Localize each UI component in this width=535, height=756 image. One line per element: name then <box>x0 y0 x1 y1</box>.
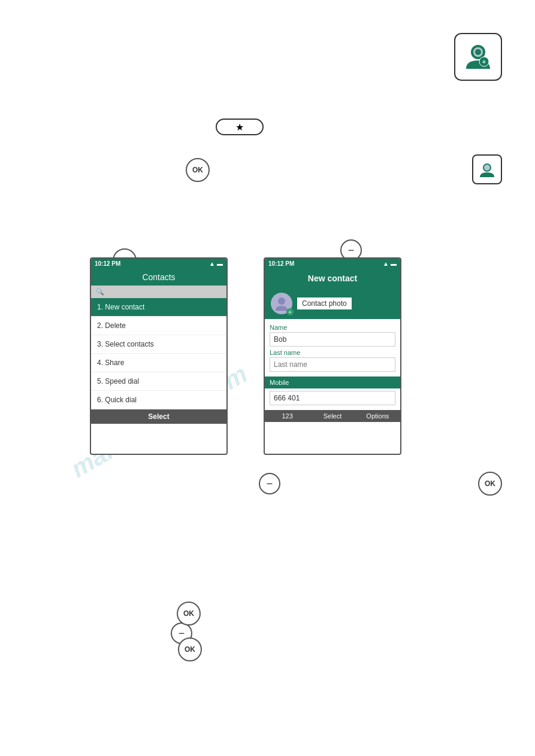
search-bar[interactable]: 🔍 <box>91 286 226 298</box>
menu-item-quick-dial[interactable]: 6. Quick dial <box>91 391 226 409</box>
contacts-icon-small <box>477 159 497 180</box>
status-time-contacts: 10:12 PM <box>95 260 120 267</box>
search-icon: 🔍 <box>96 288 104 296</box>
bottom-bar-contacts[interactable]: Select <box>91 409 226 424</box>
contact-photo-label[interactable]: Contact photo <box>297 297 352 309</box>
contact-photo-section[interactable]: Contact photo <box>265 288 400 319</box>
battery-icon-nc: ▬ <box>391 260 397 267</box>
status-bar-new-contact: 10:12 PM ▲ ▬ <box>265 259 400 269</box>
last-name-label: Last name <box>270 349 395 356</box>
svg-text:+: + <box>482 59 486 65</box>
app-icon-small <box>472 154 502 184</box>
status-icons-new-contact: ▲ ▬ <box>383 260 397 267</box>
avatar-icon <box>273 295 290 312</box>
new-contact-title: New contact <box>265 269 400 288</box>
minus-button-2[interactable]: − <box>259 473 280 494</box>
svg-point-7 <box>278 297 285 305</box>
star-icon: ★ <box>235 122 244 133</box>
form-section: Name Last name <box>265 319 400 374</box>
signal-icon-nc: ▲ <box>383 260 389 267</box>
battery-icon: ▬ <box>217 260 223 267</box>
ok-button-3[interactable]: OK <box>478 472 502 496</box>
contacts-screen: 10:12 PM ▲ ▬ Contacts 🔍 1. New contact 2… <box>90 257 228 455</box>
menu-item-share[interactable]: 4. Share <box>91 354 226 372</box>
menu-list: 1. New contact 2. Delete 3. Select conta… <box>91 298 226 409</box>
contacts-icon-large: + <box>461 40 495 74</box>
last-name-input[interactable] <box>270 357 395 372</box>
ok-button-5[interactable]: OK <box>178 637 202 661</box>
ok-button-1[interactable]: OK <box>186 158 210 182</box>
star-button[interactable]: ★ <box>216 119 264 135</box>
bottom-nav: 123 Select Options <box>265 410 400 422</box>
phones-container: 10:12 PM ▲ ▬ Contacts 🔍 1. New contact 2… <box>90 257 401 455</box>
new-contact-screen: 10:12 PM ▲ ▬ New contact Contact photo N… <box>264 257 401 455</box>
app-icon-large: + <box>454 33 502 81</box>
svg-point-2 <box>475 49 481 55</box>
status-icons-contacts: ▲ ▬ <box>209 260 223 267</box>
mobile-input[interactable] <box>270 391 395 405</box>
menu-item-speed-dial[interactable]: 5. Speed dial <box>91 372 226 391</box>
status-bar-contacts: 10:12 PM ▲ ▬ <box>91 259 226 269</box>
menu-item-new-contact[interactable]: 1. New contact <box>91 298 226 317</box>
menu-item-select-contacts[interactable]: 3. Select contacts <box>91 335 226 354</box>
menu-item-delete[interactable]: 2. Delete <box>91 317 226 335</box>
ok-button-4[interactable]: OK <box>177 602 201 626</box>
svg-point-6 <box>484 165 490 171</box>
bottom-select[interactable]: Select <box>310 410 355 422</box>
name-input[interactable] <box>270 332 395 347</box>
signal-icon: ▲ <box>209 260 215 267</box>
status-time-new-contact: 10:12 PM <box>268 260 294 267</box>
bottom-123[interactable]: 123 <box>265 410 310 422</box>
bottom-options[interactable]: Options <box>355 410 400 422</box>
mobile-label: Mobile <box>265 377 400 388</box>
contacts-title: Contacts <box>91 269 226 286</box>
name-label: Name <box>270 324 395 331</box>
mobile-section <box>265 388 400 408</box>
contact-avatar[interactable] <box>271 293 292 314</box>
